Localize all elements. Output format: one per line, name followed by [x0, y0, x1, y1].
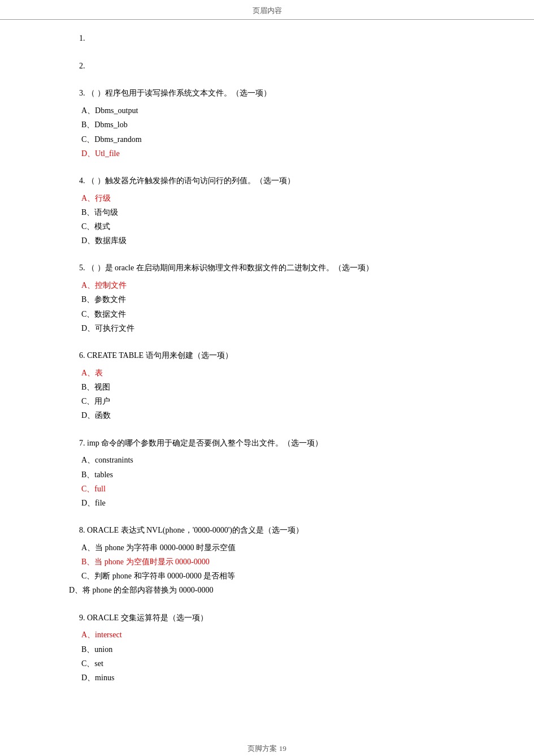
q7-option-c: C、full — [79, 482, 466, 496]
q3-option-a: A、Dbms_output — [79, 103, 466, 118]
page-content: 1. 2. 3. （ ）程序包用于读写操作系统文本文件。（选一项） A、Dbms… — [0, 20, 534, 721]
q7-option-b: B、tables — [79, 468, 466, 482]
question-4: 4. （ ）触发器允许触发操作的语句访问行的列值。（选一项） A、行级 B、语句… — [79, 174, 466, 248]
q9-title: 9. ORACLE 交集运算符是（选一项） — [79, 611, 466, 625]
question-6: 6. CREATE TABLE 语句用来创建（选一项） A、表 B、视图 C、用… — [79, 349, 466, 423]
question-9: 9. ORACLE 交集运算符是（选一项） A、intersect B、unio… — [79, 611, 466, 685]
question-5: 5. （ ）是 oracle 在启动期间用来标识物理文件和数据文件的二进制文件。… — [79, 261, 466, 335]
q6-option-a: A、表 — [79, 366, 466, 380]
q5-option-c: C、数据文件 — [79, 307, 466, 321]
page-header: 页眉内容 — [0, 0, 534, 20]
q8-title: 8. ORACLE 表达式 NVL(phone，'0000-0000')的含义是… — [79, 524, 466, 537]
q6-option-b: B、视图 — [79, 380, 466, 394]
q3-option-c: C、Dbms_random — [79, 132, 466, 146]
question-8: 8. ORACLE 表达式 NVL(phone，'0000-0000')的含义是… — [79, 524, 466, 598]
q7-option-d: D、file — [79, 496, 466, 510]
q8-option-d: D、将 phone 的全部内容替换为 0000-0000 — [69, 583, 466, 597]
q5-option-a: A、控制文件 — [79, 278, 466, 292]
question-1: 1. — [79, 31, 466, 45]
q7-option-a: A、constranints — [79, 453, 466, 467]
q5-title: 5. （ ）是 oracle 在启动期间用来标识物理文件和数据文件的二进制文件。… — [79, 261, 466, 275]
q6-option-c: C、用户 — [79, 394, 466, 408]
q9-option-c: C、set — [79, 656, 466, 671]
q4-option-b: B、语句级 — [79, 205, 466, 219]
q1-number: 1. — [79, 31, 466, 45]
q7-title: 7. imp 命令的哪个参数用于确定是否要倒入整个导出文件。（选一项） — [79, 437, 466, 450]
q5-option-d: D、可执行文件 — [79, 321, 466, 335]
q3-option-b: B、Dbms_lob — [79, 118, 466, 132]
footer-text: 页脚方案 19 — [248, 744, 286, 753]
question-2: 2. — [79, 59, 466, 73]
question-3: 3. （ ）程序包用于读写操作系统文本文件。（选一项） A、Dbms_outpu… — [79, 87, 466, 161]
q8-option-b: B、当 phone 为空值时显示 0000-0000 — [79, 555, 466, 569]
q4-title: 4. （ ）触发器允许触发操作的语句访问行的列值。（选一项） — [79, 174, 466, 188]
q2-number: 2. — [79, 59, 466, 73]
q9-option-d: D、minus — [79, 671, 466, 685]
q4-option-c: C、模式 — [79, 219, 466, 234]
q6-option-d: D、函数 — [79, 408, 466, 422]
header-title: 页眉内容 — [253, 6, 282, 15]
q6-title: 6. CREATE TABLE 语句用来创建（选一项） — [79, 349, 466, 362]
q4-option-a: A、行级 — [79, 191, 466, 205]
q4-option-d: D、数据库级 — [79, 234, 466, 248]
q5-option-b: B、参数文件 — [79, 292, 466, 306]
page-footer: 页脚方案 19 — [0, 738, 534, 756]
q9-option-a: A、intersect — [79, 628, 466, 642]
q3-title: 3. （ ）程序包用于读写操作系统文本文件。（选一项） — [79, 87, 466, 100]
q8-option-c: C、判断 phone 和字符串 0000-0000 是否相等 — [79, 569, 466, 583]
question-7: 7. imp 命令的哪个参数用于确定是否要倒入整个导出文件。（选一项） A、co… — [79, 437, 466, 511]
q8-option-a: A、当 phone 为字符串 0000-0000 时显示空值 — [79, 541, 466, 555]
q3-option-d: D、Utl_file — [79, 146, 466, 161]
q9-option-b: B、union — [79, 642, 466, 656]
